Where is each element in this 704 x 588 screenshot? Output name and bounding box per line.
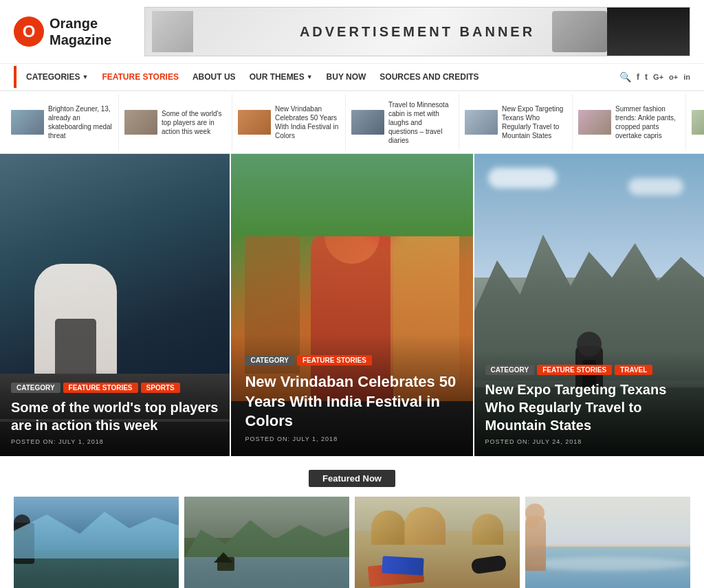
featured-now-section: Featured Now — [0, 456, 704, 588]
ticker-item[interactable]: Brighton Zeuner, 13, already an skateboa… — [6, 94, 119, 150]
tag-sports[interactable]: Sports — [141, 383, 180, 393]
hero-overlay-2: Category Feature Stories New Vrindaban C… — [231, 335, 472, 456]
facebook-icon[interactable]: f — [637, 72, 639, 82]
hero-section: Category Feature Stories Sports Some of … — [0, 154, 704, 456]
circle-plus-icon[interactable]: o+ — [669, 73, 678, 81]
ticker-item[interactable]: Zero-waste life: number of people elimin… — [686, 94, 704, 150]
featured-card-1[interactable] — [14, 497, 179, 588]
ad-banner: ADVERTISEMENT BANNER — [144, 7, 690, 56]
tag-category[interactable]: Category — [11, 383, 60, 393]
tag-travel[interactable]: Travel — [615, 365, 652, 375]
nav-item-feature-stories[interactable]: FEATURE STORIES — [95, 64, 186, 90]
hero-tags-3: Category Feature Stories Travel — [485, 365, 693, 375]
hero-item-2[interactable]: Category Feature Stories New Vrindaban C… — [231, 154, 474, 456]
hero-title-1: Some of the world's top players are in a… — [11, 398, 219, 434]
hero-tags-1: Category Feature Stories Sports — [11, 383, 219, 393]
logo-circle: O — [14, 16, 44, 47]
hero-tags-2: Category Feature Stories — [245, 355, 459, 365]
featured-card-3[interactable] — [355, 497, 520, 588]
ticker-text: New Vrindaban Celebrates 50 Years With I… — [275, 104, 340, 140]
news-ticker: Brighton Zeuner, 13, already an skateboa… — [0, 91, 704, 154]
ticker-text: New Expo Targeting Texans Who Regularly … — [502, 104, 566, 140]
twitter-icon[interactable]: t — [645, 72, 648, 82]
ticker-item[interactable]: Some of the world's top players are in a… — [119, 94, 232, 150]
logo[interactable]: O OrangeMagazine — [14, 15, 124, 48]
ticker-item[interactable]: New Expo Targeting Texans Who Regularly … — [459, 94, 573, 150]
nav-item-our-themes[interactable]: OUR THEMES ▼ — [243, 64, 320, 90]
tag-feature-stories[interactable]: Feature Stories — [63, 383, 138, 393]
featured-card-2[interactable] — [184, 497, 349, 588]
ticker-text: Some of the world's top players are in a… — [162, 109, 226, 136]
featured-card-4[interactable] — [525, 497, 690, 588]
hero-date-2: POSTED ON: JULY 1, 2018 — [245, 436, 459, 442]
nav-item-categories[interactable]: CATEGORIES ▼ — [19, 64, 95, 90]
hero-overlay-1: Category Feature Stories Sports Some of … — [0, 369, 230, 456]
section-header-label: Featured Now — [309, 470, 395, 487]
nav-item-about-us[interactable]: ABOUT US — [186, 64, 243, 90]
ticker-item[interactable]: New Vrindaban Celebrates 50 Years With I… — [232, 94, 346, 150]
logo-text: OrangeMagazine — [50, 15, 111, 48]
ticker-text: Travel to Minnesota cabin is met with la… — [388, 100, 453, 145]
nav-item-buy-now[interactable]: BUY NOW — [320, 64, 373, 90]
ticker-item[interactable]: Summer fashion trends: Ankle pants, crop… — [573, 94, 686, 150]
ad-banner-text: ADVERTISEMENT BANNER — [300, 24, 535, 40]
tag-category-3[interactable]: Category — [485, 365, 535, 375]
hero-date-1: POSTED ON: JULY 1, 2018 — [11, 438, 219, 445]
search-icon[interactable]: 🔍 — [619, 71, 631, 82]
ticker-text: Summer fashion trends: Ankle pants, crop… — [615, 104, 680, 140]
nav-item-sources[interactable]: SOURCES AND CREDITS — [373, 64, 485, 90]
hero-title-2: New Vrindaban Celebrates 50 Years With I… — [245, 372, 459, 431]
hero-title-3: New Expo Targeting Texans Who Regularly … — [485, 381, 693, 434]
ticker-text: Brighton Zeuner, 13, already an skateboa… — [48, 104, 113, 140]
navigation: CATEGORIES ▼ FEATURE STORIES ABOUT US OU… — [0, 64, 704, 91]
tag-feature-stories-2[interactable]: Feature Stories — [297, 355, 372, 365]
featured-grid — [14, 497, 690, 588]
header: O OrangeMagazine ADVERTISEMENT BANNER — [0, 0, 704, 64]
tag-category-2[interactable]: Category — [245, 355, 294, 365]
hero-item-3[interactable]: Category Feature Stories Travel New Expo… — [474, 154, 704, 456]
linkedin-icon[interactable]: in — [683, 73, 690, 81]
hero-item-1[interactable]: Category Feature Stories Sports Some of … — [0, 154, 231, 456]
tag-feature-stories-3[interactable]: Feature Stories — [537, 365, 612, 375]
hero-date-3: POSTED ON: JULY 24, 2018 — [485, 438, 693, 445]
nav-indicator — [14, 66, 16, 88]
section-header: Featured Now — [14, 470, 690, 487]
google-plus-icon[interactable]: G+ — [653, 73, 663, 81]
hero-overlay-3: Category Feature Stories Travel New Expo… — [474, 351, 704, 456]
ticker-item[interactable]: Travel to Minnesota cabin is met with la… — [346, 94, 459, 150]
